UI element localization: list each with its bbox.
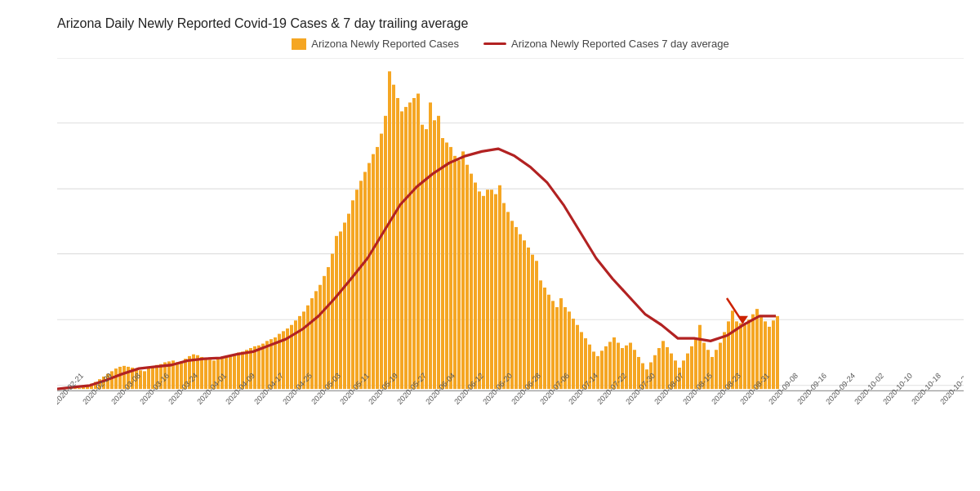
svg-rect-116	[482, 196, 485, 389]
svg-rect-160	[662, 341, 665, 389]
legend-line-label: Arizona Newly Reported Cases 7 day avera…	[511, 38, 729, 50]
svg-rect-100	[416, 94, 420, 390]
svg-rect-129	[535, 261, 538, 389]
svg-rect-93	[388, 71, 391, 389]
svg-rect-173	[715, 350, 718, 389]
svg-rect-113	[470, 174, 473, 390]
svg-rect-121	[502, 203, 506, 390]
svg-text:2020-10-02: 2020-10-02	[853, 371, 885, 406]
svg-text:2020-09-08: 2020-09-08	[767, 371, 800, 406]
svg-rect-167	[690, 346, 693, 389]
svg-rect-110	[457, 160, 461, 389]
svg-rect-70	[294, 320, 297, 389]
svg-text:2020-10-10: 2020-10-10	[881, 371, 914, 406]
svg-rect-175	[723, 332, 726, 389]
svg-rect-139	[576, 325, 579, 389]
svg-rect-152	[629, 343, 632, 390]
svg-rect-145	[600, 350, 604, 389]
svg-rect-118	[490, 190, 493, 389]
legend: Arizona Newly Reported Cases Arizona New…	[57, 38, 964, 50]
svg-rect-158	[653, 355, 657, 389]
svg-rect-61	[257, 346, 261, 389]
svg-rect-132	[547, 295, 550, 389]
svg-rect-91	[380, 134, 383, 390]
chart-title: Arizona Daily Newly Reported Covid-19 Ca…	[57, 16, 964, 31]
chart-container: Arizona Daily Newly Reported Covid-19 Ca…	[0, 0, 980, 491]
svg-rect-120	[498, 185, 501, 389]
svg-rect-151	[625, 346, 628, 389]
svg-rect-26	[114, 368, 118, 389]
svg-rect-92	[384, 116, 387, 389]
chart-area: 0 1000 2000 3000 4000 5000	[57, 58, 964, 467]
chart-svg: 0 1000 2000 3000 4000 5000	[57, 58, 964, 467]
svg-rect-144	[596, 356, 599, 389]
svg-rect-109	[453, 156, 457, 389]
svg-rect-106	[441, 138, 444, 389]
svg-rect-159	[657, 348, 661, 389]
svg-rect-122	[506, 212, 510, 389]
svg-rect-84	[351, 200, 354, 389]
legend-bar-label: Arizona Newly Reported Cases	[311, 38, 459, 50]
svg-rect-187	[772, 320, 775, 389]
svg-rect-87	[363, 172, 367, 389]
svg-rect-104	[433, 120, 436, 389]
svg-rect-126	[523, 240, 526, 389]
svg-rect-124	[514, 227, 518, 389]
svg-rect-130	[539, 280, 542, 389]
svg-rect-105	[437, 116, 440, 389]
svg-rect-77	[323, 276, 326, 389]
svg-text:2020-10-18: 2020-10-18	[910, 371, 942, 406]
svg-text:2020-09-16: 2020-09-16	[795, 371, 828, 406]
svg-rect-114	[474, 182, 477, 389]
svg-rect-182	[751, 315, 755, 389]
svg-rect-102	[425, 129, 428, 389]
svg-rect-111	[461, 151, 465, 389]
svg-rect-75	[314, 291, 318, 389]
svg-rect-98	[408, 102, 412, 389]
svg-rect-94	[392, 85, 395, 389]
svg-rect-181	[747, 319, 751, 389]
svg-rect-62	[261, 344, 265, 390]
svg-rect-172	[710, 357, 714, 389]
legend-line-icon	[483, 42, 506, 45]
svg-rect-78	[327, 267, 330, 389]
legend-line-item: Arizona Newly Reported Cases 7 day avera…	[483, 38, 729, 50]
svg-rect-96	[400, 111, 403, 389]
svg-rect-138	[572, 319, 575, 389]
svg-rect-99	[412, 98, 416, 389]
svg-rect-47	[200, 357, 203, 389]
svg-rect-33	[143, 371, 146, 389]
svg-rect-76	[318, 285, 322, 389]
svg-rect-80	[335, 236, 338, 389]
svg-rect-53	[225, 356, 228, 389]
svg-rect-117	[486, 190, 489, 389]
svg-rect-133	[551, 301, 555, 389]
svg-rect-166	[686, 354, 689, 390]
svg-rect-123	[510, 221, 514, 389]
svg-rect-131	[543, 288, 546, 389]
svg-rect-112	[466, 165, 469, 389]
legend-bar-icon	[292, 38, 306, 50]
svg-rect-107	[445, 142, 448, 389]
svg-rect-103	[429, 102, 432, 389]
svg-text:2020-10-22: 2020-10-22	[938, 371, 964, 406]
svg-rect-88	[368, 163, 371, 390]
svg-rect-127	[527, 248, 530, 389]
svg-rect-128	[531, 255, 534, 389]
svg-rect-180	[743, 325, 746, 389]
svg-rect-153	[633, 350, 636, 389]
svg-rect-146	[604, 346, 608, 389]
svg-rect-174	[719, 343, 722, 390]
svg-rect-125	[519, 234, 522, 390]
svg-rect-188	[776, 316, 779, 389]
legend-bar-item: Arizona Newly Reported Cases	[292, 38, 459, 50]
svg-rect-83	[347, 214, 350, 390]
svg-rect-79	[331, 254, 334, 390]
svg-rect-48	[204, 358, 207, 389]
svg-rect-55	[233, 355, 236, 389]
svg-rect-95	[396, 98, 399, 389]
svg-rect-89	[372, 154, 375, 390]
svg-rect-17	[78, 388, 81, 389]
svg-text:2020-09-24: 2020-09-24	[824, 371, 857, 406]
svg-rect-90	[376, 147, 379, 389]
